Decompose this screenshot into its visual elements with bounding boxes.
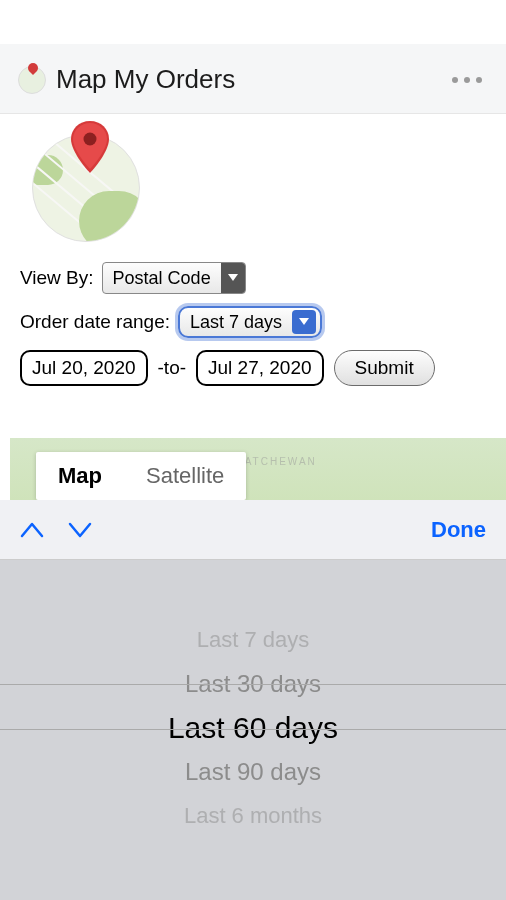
tab-satellite[interactable]: Satellite — [124, 452, 246, 500]
picker-done-button[interactable]: Done — [431, 517, 486, 543]
view-by-select[interactable]: Postal Code — [102, 262, 246, 294]
view-by-label: View By: — [20, 267, 94, 289]
date-to-separator: -to- — [158, 357, 187, 379]
picker-next-icon[interactable] — [68, 522, 92, 538]
app-logo-large — [32, 134, 140, 242]
view-by-row: View By: Postal Code — [20, 262, 486, 294]
date-inputs-row: Jul 20, 2020 -to- Jul 27, 2020 Submit — [20, 350, 486, 386]
date-from-input[interactable]: Jul 20, 2020 — [20, 350, 148, 386]
app-header: Map My Orders — [0, 44, 506, 114]
date-from-value: Jul 20, 2020 — [32, 357, 136, 379]
svg-point-0 — [84, 133, 97, 146]
picker-option[interactable]: Last 30 days — [0, 662, 506, 706]
picker-wheel[interactable]: Last 7 days Last 30 days Last 60 days La… — [0, 560, 506, 840]
picker-option-selected[interactable]: Last 60 days — [0, 706, 506, 750]
tab-map[interactable]: Map — [36, 452, 124, 500]
date-range-label: Order date range: — [20, 311, 170, 333]
picker-option[interactable]: Last 6 months — [0, 794, 506, 838]
header-left: Map My Orders — [18, 64, 235, 95]
pin-icon — [26, 60, 40, 74]
chevron-down-icon — [221, 263, 245, 293]
picker-prev-icon[interactable] — [20, 522, 44, 538]
date-range-select[interactable]: Last 7 days — [178, 306, 322, 338]
app-logo-small — [18, 66, 46, 94]
picker-toolbar: Done — [0, 500, 506, 560]
map-canvas[interactable]: SASKATCHEWAN Map Satellite — [10, 438, 506, 502]
submit-button[interactable]: Submit — [334, 350, 435, 386]
chevron-down-icon — [292, 310, 316, 334]
ios-picker: Done Last 7 days Last 30 days Last 60 da… — [0, 500, 506, 900]
date-range-value: Last 7 days — [180, 312, 292, 333]
picker-option[interactable]: Last 90 days — [0, 750, 506, 794]
date-range-row: Order date range: Last 7 days — [20, 306, 486, 338]
map-type-tabs: Map Satellite — [36, 452, 246, 500]
content-area: View By: Postal Code Order date range: L… — [0, 114, 506, 386]
picker-option[interactable]: Last 7 days — [0, 618, 506, 662]
more-menu-icon[interactable] — [452, 77, 488, 83]
view-by-value: Postal Code — [103, 268, 221, 289]
map-pin-icon — [71, 121, 109, 177]
date-to-value: Jul 27, 2020 — [208, 357, 312, 379]
picker-nav-arrows — [20, 522, 92, 538]
page-title: Map My Orders — [56, 64, 235, 95]
picker-option[interactable]: Custom — [0, 838, 506, 840]
date-to-input[interactable]: Jul 27, 2020 — [196, 350, 324, 386]
